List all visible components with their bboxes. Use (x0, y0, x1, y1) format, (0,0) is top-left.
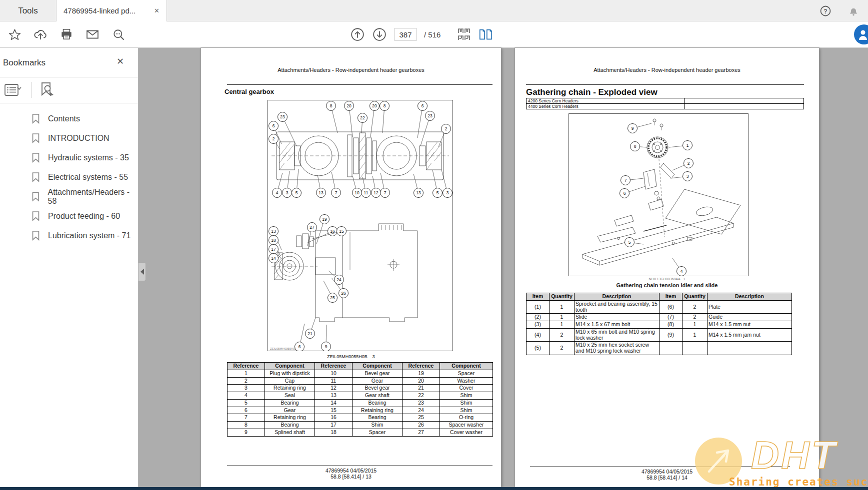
bookmark-item-product-feeding[interactable]: Product feeding - 60 (0, 206, 138, 226)
left-running-header: Attachments/Headers - Row-independent he… (201, 67, 501, 73)
page-number-input[interactable] (394, 28, 417, 41)
left-figure-caption: ZEIL05MH0055H0B 3 (201, 354, 501, 359)
svg-text:14: 14 (271, 256, 276, 261)
svg-text:6: 6 (272, 123, 275, 128)
bookmark-item-lubrication[interactable]: Lubrication system - 71 (0, 226, 138, 245)
notifications-bell-icon[interactable] (846, 3, 861, 18)
svg-text:7: 7 (624, 178, 627, 183)
bookmark-item-contents[interactable]: Contents (0, 109, 138, 128)
bookmark-item-attachments[interactable]: Attachments/Headers - 58 (0, 187, 138, 206)
figure-inner-code: ZEIL05MH0055H0B (270, 347, 297, 350)
svg-text:6: 6 (422, 103, 424, 108)
svg-text:23: 23 (428, 113, 432, 118)
svg-text:25: 25 (330, 295, 335, 300)
bookmarks-list: Contents INTRODUCTION Hydraulic systems … (0, 109, 138, 245)
pdf-page-right: Attachments/Headers - Row-independent he… (515, 48, 819, 487)
email-icon[interactable] (85, 27, 100, 42)
right-section-title: Gathering chain - Exploded view (526, 87, 658, 97)
svg-text:?: ? (824, 7, 827, 14)
svg-text:18: 18 (271, 238, 276, 243)
svg-text:8: 8 (330, 103, 332, 108)
left-section-title: Central gearbox (224, 88, 274, 95)
svg-text:13: 13 (271, 229, 276, 234)
next-page-button[interactable] (372, 27, 387, 42)
right-running-header: Attachments/Headers - Row-independent he… (515, 67, 819, 73)
right-figure-code: NHIL13GH00368AA 1 (515, 277, 819, 281)
page-thumbnails-view-icon[interactable] (456, 27, 472, 42)
page-total-label: / 516 (424, 30, 440, 39)
bookmarks-panel-title: Bookmarks (3, 58, 46, 68)
svg-text:19: 19 (322, 217, 327, 222)
left-footer-line1: 47869954 04/05/2015 (201, 468, 501, 474)
bookmark-item-introduction[interactable]: INTRODUCTION (0, 128, 138, 148)
favorite-star-icon[interactable] (7, 27, 22, 42)
account-avatar[interactable] (854, 24, 868, 44)
chevron-left-icon (140, 269, 144, 275)
central-gearbox-parts-table: ReferenceComponentReferenceComponentRefe… (227, 362, 492, 437)
pdf-viewer-window: Tools 47869954-linked pd... ✕ ? (0, 0, 868, 490)
svg-text:2: 2 (445, 126, 448, 131)
find-current-bookmark-icon[interactable] (38, 82, 58, 97)
cloud-upload-icon[interactable] (33, 27, 48, 42)
svg-text:7: 7 (335, 190, 338, 195)
left-footer-line2: 58.8 [58.414] / 13 (201, 474, 501, 480)
svg-text:13: 13 (318, 190, 324, 195)
pdf-page-left: Attachments/Headers - Row-independent he… (201, 48, 501, 487)
bookmark-options-icon[interactable] (3, 82, 25, 97)
svg-text:22: 22 (360, 115, 365, 120)
svg-text:4: 4 (276, 190, 278, 195)
bookmark-item-electrical[interactable]: Electrical systems - 55 (0, 167, 138, 187)
right-figure-caption: Gathering chain tension idler and slide (515, 282, 819, 288)
two-page-view-icon[interactable] (478, 27, 494, 42)
model-row: 4400 Series Corn Headers (526, 104, 684, 109)
svg-text:17: 17 (271, 247, 276, 252)
svg-text:5: 5 (436, 190, 439, 195)
svg-text:3: 3 (686, 174, 689, 179)
svg-text:13: 13 (416, 190, 421, 195)
svg-text:2: 2 (688, 161, 690, 166)
model-row: 4200 Series Corn Headers (526, 98, 684, 104)
print-icon[interactable] (59, 27, 74, 42)
svg-text:27: 27 (310, 225, 314, 230)
svg-text:4: 4 (680, 269, 683, 274)
central-gearbox-figure: ZEIL05MH0055H0B 820208623222362243513710… (268, 100, 453, 351)
svg-text:11: 11 (364, 190, 368, 195)
svg-text:3: 3 (286, 190, 288, 195)
toolbar: / 516 (0, 21, 868, 48)
svg-text:23: 23 (280, 114, 285, 119)
tab-document-title: 47869954-linked pd... (64, 6, 150, 15)
right-footer-line2: 58.8 [58.414] / 14 (515, 475, 819, 481)
svg-text:6: 6 (298, 344, 301, 349)
svg-text:2: 2 (272, 136, 275, 141)
bookmarks-close-icon[interactable]: ✕ (116, 56, 124, 67)
tab-close-icon[interactable]: ✕ (154, 7, 160, 14)
help-icon[interactable]: ? (818, 3, 833, 18)
bookmarks-panel: Bookmarks ✕ Contents INTRODUCTION Hydrau… (0, 48, 138, 487)
svg-text:1: 1 (686, 143, 689, 148)
svg-text:20: 20 (372, 103, 377, 108)
svg-text:15: 15 (339, 229, 344, 234)
sidebar-collapse-button[interactable] (138, 262, 146, 281)
bottom-bar (0, 487, 868, 490)
svg-text:7: 7 (384, 190, 386, 195)
svg-text:20: 20 (346, 103, 352, 108)
svg-text:5: 5 (296, 190, 298, 195)
previous-page-button[interactable] (350, 27, 365, 42)
gathering-chain-figure: 981237654 (568, 113, 748, 276)
svg-text:6: 6 (624, 191, 626, 196)
svg-text:12: 12 (374, 190, 378, 195)
bookmark-item-hydraulic[interactable]: Hydraulic systems - 35 (0, 148, 138, 167)
svg-text:8: 8 (384, 103, 386, 108)
svg-text:3: 3 (446, 190, 449, 195)
tab-tools[interactable]: Tools (0, 0, 56, 21)
tab-document[interactable]: 47869954-linked pd... ✕ (56, 0, 167, 21)
search-tools-icon[interactable] (111, 27, 126, 42)
applicable-models-table: 4200 Series Corn Headers 4400 Series Cor… (526, 98, 804, 109)
svg-text:21: 21 (308, 331, 312, 336)
svg-text:9: 9 (325, 344, 328, 349)
right-footer-line1: 47869954 04/05/2015 (515, 469, 819, 475)
svg-text:8: 8 (634, 144, 636, 149)
svg-text:26: 26 (341, 291, 346, 296)
svg-text:5: 5 (628, 240, 631, 245)
svg-text:9: 9 (632, 126, 634, 131)
